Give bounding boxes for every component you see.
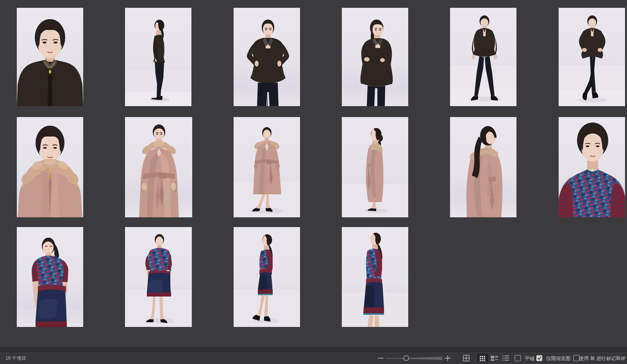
svg-text:使用 ⌘ 进行标记和评: 使用 ⌘ 进行标记和评 — [579, 356, 625, 361]
svg-text:平铺: 平铺 — [525, 356, 534, 361]
svg-text:仅限缩览图: 仅限缩览图 — [546, 356, 571, 361]
